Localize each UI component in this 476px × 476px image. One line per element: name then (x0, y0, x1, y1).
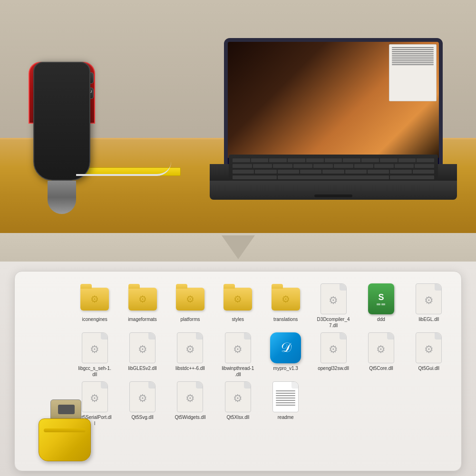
dll-gear-icon: ⚙ (329, 294, 338, 306)
file-manager-card: ⚙ iconengines ⚙ imageformats ⚙ (14, 271, 462, 471)
list-item[interactable]: ⚙ libEGL.dll (406, 283, 452, 329)
dll-icon: ⚙ (225, 381, 251, 412)
file-label: readme (278, 414, 294, 420)
file-label: libGLESv2.dll (128, 365, 157, 371)
list-item[interactable]: ⚙ D3Dcompiler_47.dll (311, 283, 356, 329)
usb-cable (76, 162, 171, 176)
list-item[interactable]: ⚙ Qt5Gui.dll (406, 332, 452, 378)
file-label: Qt5Gui.dll (418, 365, 439, 371)
qt5widgets-dll-icon: ⚙ (174, 381, 207, 412)
ddd-app-icon: S (364, 283, 398, 314)
list-item[interactable]: ⚙ platforms (167, 283, 213, 329)
list-item[interactable]: ⚙ Qt5Svg.dll (119, 381, 165, 427)
libgcc-dll-icon: ⚙ (78, 332, 111, 363)
key (345, 170, 367, 174)
doc-line (392, 47, 434, 48)
folder-imageformats-icon: ⚙ (126, 283, 159, 314)
dll-gear-icon: ⚙ (329, 343, 338, 355)
list-item[interactable]: S ddd (358, 283, 404, 329)
list-item[interactable]: ⚙ libstdc++-6.dll (167, 332, 213, 378)
key (278, 170, 299, 174)
arrow-section (0, 233, 476, 262)
dll-gear-icon: ⚙ (138, 392, 147, 404)
doc-line (392, 49, 434, 50)
app-letter: S (378, 292, 384, 302)
dll-icon: ⚙ (416, 332, 442, 363)
list-item[interactable]: ⚙ libwinpthread-1.dll (215, 332, 261, 378)
list-item[interactable]: ⚙ Qt5Xlsx.dll (215, 381, 261, 427)
readme-line (276, 405, 295, 406)
file-label: libwinpthread-1.dll (222, 365, 254, 378)
file-label: D3Dcompiler_47.dll (317, 316, 350, 329)
screen-doc-lines (389, 45, 436, 68)
folder-icon: ⚙ (176, 288, 204, 311)
list-item[interactable]: ⚙ opengl32sw.dll (311, 332, 356, 378)
key (413, 170, 434, 174)
folder-gear-icon: ⚙ (233, 293, 242, 305)
app-green-icon: S (368, 283, 394, 314)
key (233, 170, 254, 174)
key (255, 170, 276, 174)
list-item[interactable]: ⚙ Qt5Core.dll (358, 332, 404, 378)
key (395, 164, 414, 168)
file-label: ddd (377, 316, 385, 322)
key (334, 164, 353, 168)
doc-line (392, 60, 434, 61)
file-label: opengl32sw.dll (318, 365, 349, 371)
folder-icon: ⚙ (80, 288, 109, 311)
list-item[interactable]: ⚙ imageformats (119, 283, 165, 329)
d3dcompiler-dll-icon: ⚙ (317, 283, 350, 314)
qt5gui-dll-icon: ⚙ (412, 332, 446, 363)
dll-gear-icon: ⚙ (185, 343, 195, 355)
key (368, 170, 389, 174)
key (269, 158, 287, 162)
folder-icon: ⚙ (128, 288, 157, 311)
doc-line (392, 64, 434, 65)
key (233, 164, 252, 168)
list-item[interactable]: ⚙ Qt5Widgets.dll (167, 381, 213, 427)
subtitle-bar (377, 303, 380, 305)
laptop-screen-content (228, 42, 439, 167)
key (233, 158, 250, 162)
laptop-touchpad (314, 194, 352, 197)
key (273, 164, 292, 168)
key (415, 164, 434, 168)
doc-line (392, 57, 434, 58)
readme-file-icon (269, 381, 302, 412)
key (306, 158, 324, 162)
file-label: styles (232, 316, 244, 322)
readme-line (276, 398, 295, 398)
file-label: platforms (180, 316, 200, 322)
folder-styles-icon: ⚙ (221, 283, 254, 314)
list-item[interactable]: readme (263, 381, 309, 427)
usb-connector (50, 399, 81, 421)
screen-document (389, 44, 437, 101)
key (300, 170, 321, 174)
subtitle-bar (381, 303, 385, 305)
dll-gear-icon: ⚙ (90, 343, 99, 355)
list-item[interactable]: ⚙ libGLESv2.dll (119, 332, 165, 378)
file-label: libstdc++-6.dll (175, 365, 205, 371)
dll-icon: ⚙ (416, 283, 442, 314)
gauge-device: OK ▲ CAL⬇ ⏻ ▼ MENU≡ Auto Calibration CE (24, 62, 100, 214)
down-arrow-icon (222, 235, 255, 259)
key-shift (233, 175, 277, 179)
opengl32sw-dll-icon: ⚙ (317, 332, 350, 363)
list-item[interactable]: ⚙ iconengines (72, 283, 117, 329)
app-blue-symbol: 𝒟 (280, 340, 291, 356)
dll-icon: ⚙ (129, 332, 155, 363)
list-item[interactable]: ⚙ styles (215, 283, 261, 329)
dll-gear-icon: ⚙ (138, 343, 147, 355)
list-item[interactable]: ⚙ libgcc_s_seh-1.dll (72, 332, 117, 378)
folder-iconengines-icon: ⚙ (78, 283, 111, 314)
dll-gear-icon: ⚙ (424, 294, 434, 306)
key (251, 158, 269, 162)
list-item[interactable]: 𝒟 mypro_v1.3 (263, 332, 309, 378)
key (398, 158, 416, 162)
key (313, 164, 333, 168)
list-item[interactable]: ⚙ translations (263, 283, 309, 329)
readme-line (276, 393, 295, 394)
doc-line (392, 58, 434, 59)
dll-icon: ⚙ (82, 332, 108, 363)
app-blue-icon: 𝒟 (270, 332, 301, 363)
